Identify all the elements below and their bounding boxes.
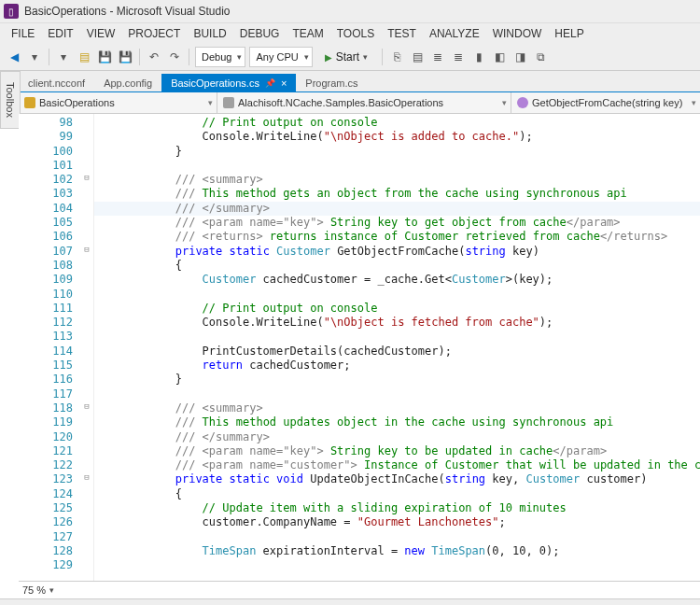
fold-mark[interactable] xyxy=(80,458,93,472)
tb-icon-6[interactable]: ◧ xyxy=(491,49,508,65)
code-line[interactable]: Console.WriteLine("\nObject is added to … xyxy=(94,130,700,144)
tb-icon-7[interactable]: ◨ xyxy=(511,49,528,65)
pin-icon[interactable]: 📌 xyxy=(265,78,275,88)
fold-mark[interactable] xyxy=(80,159,93,173)
code-line[interactable] xyxy=(94,288,700,302)
menu-analyze[interactable]: ANALYZE xyxy=(424,25,485,42)
menu-build[interactable]: BUILD xyxy=(188,25,231,42)
fold-mark[interactable] xyxy=(80,316,93,330)
save-all-icon[interactable]: 💾 xyxy=(117,49,133,65)
fold-mark[interactable] xyxy=(80,202,93,216)
code-line[interactable]: // Update item with a sliding expiration… xyxy=(94,501,700,515)
code-area[interactable]: // Print output on console Console.Write… xyxy=(94,114,700,581)
code-line[interactable] xyxy=(94,530,700,544)
tb-icon-3[interactable]: ≣ xyxy=(429,49,446,65)
code-line[interactable]: /// <returns> returns instance of Custom… xyxy=(94,230,700,244)
fold-mark[interactable] xyxy=(80,302,93,316)
menu-test[interactable]: TEST xyxy=(382,25,422,42)
fold-mark[interactable] xyxy=(80,501,93,515)
menu-window[interactable]: WINDOW xyxy=(487,25,548,42)
code-line[interactable]: /// </summary> xyxy=(94,430,700,444)
tb-icon-8[interactable]: ⧉ xyxy=(532,49,549,65)
code-line[interactable]: Console.WriteLine("\nObject is fetched f… xyxy=(94,316,700,330)
fold-mark[interactable] xyxy=(80,130,93,144)
code-line[interactable] xyxy=(94,558,700,572)
nav-back-icon[interactable]: ◀ xyxy=(6,49,22,65)
save-icon[interactable]: 💾 xyxy=(96,49,113,65)
code-line[interactable]: { xyxy=(94,259,700,273)
tb-icon-1[interactable]: ⎘ xyxy=(388,49,405,65)
nav-fwd-icon[interactable]: ▾ xyxy=(26,49,43,65)
fold-mark[interactable] xyxy=(80,216,93,230)
code-line[interactable]: customer.CompanyName = "Gourmet Lanchone… xyxy=(94,515,700,529)
code-line[interactable]: } xyxy=(94,145,700,159)
fold-mark[interactable] xyxy=(80,373,93,387)
fold-mark[interactable] xyxy=(80,544,93,558)
fold-mark[interactable]: ⊟ xyxy=(80,472,93,486)
code-line[interactable]: // Print output on console xyxy=(94,116,700,130)
tb-icon-5[interactable]: ▮ xyxy=(470,49,487,65)
namespace-combo[interactable]: Alachisoft.NCache.Samples.BasicOperation… xyxy=(217,92,511,113)
code-line[interactable]: /// <param name="key"> String key to be … xyxy=(94,444,700,458)
fold-mark[interactable]: ⊟ xyxy=(80,401,93,415)
menu-team[interactable]: TEAM xyxy=(287,25,329,42)
fold-mark[interactable] xyxy=(80,530,93,544)
config-combo[interactable]: Debug xyxy=(195,47,245,67)
menu-view[interactable]: VIEW xyxy=(81,25,121,42)
platform-combo[interactable]: Any CPU xyxy=(249,47,312,67)
menu-tools[interactable]: TOOLS xyxy=(331,25,380,42)
fold-mark[interactable] xyxy=(80,359,93,373)
tb-icon-2[interactable]: ▤ xyxy=(409,49,426,65)
fold-mark[interactable] xyxy=(80,187,93,201)
code-line[interactable]: { xyxy=(94,487,700,501)
fold-mark[interactable] xyxy=(80,330,93,344)
code-line[interactable] xyxy=(94,387,700,401)
code-line[interactable]: /// <summary> xyxy=(94,173,700,187)
toolbox-tab[interactable]: Toolbox xyxy=(0,71,21,129)
code-line[interactable]: /// <param name="key"> String key to get… xyxy=(94,216,700,230)
fold-mark[interactable] xyxy=(80,487,93,501)
close-icon[interactable]: × xyxy=(281,77,287,89)
tb-icon-4[interactable]: ≣ xyxy=(450,49,467,65)
tab-client-ncconf[interactable]: client.ncconf xyxy=(19,74,94,91)
fold-mark[interactable] xyxy=(80,558,93,572)
code-editor[interactable]: 9899100101102103104105106107108109110111… xyxy=(19,114,700,581)
code-line[interactable]: /// <summary> xyxy=(94,401,700,415)
code-line[interactable]: TimeSpan expirationInterval = new TimeSp… xyxy=(94,544,700,558)
fold-mark[interactable] xyxy=(80,430,93,444)
code-line[interactable]: // Print output on console xyxy=(94,302,700,316)
code-line[interactable]: /// This method updates object in the ca… xyxy=(94,415,700,429)
fold-mark[interactable] xyxy=(80,116,93,130)
fold-mark[interactable]: ⊟ xyxy=(80,245,93,259)
open-file-icon[interactable]: ▤ xyxy=(76,49,92,65)
code-line[interactable]: /// <param name="customer"> Instance of … xyxy=(94,458,700,472)
fold-mark[interactable] xyxy=(80,259,93,273)
start-debug-button[interactable]: ▶ Start ▾ xyxy=(316,47,376,67)
code-line[interactable] xyxy=(94,159,700,173)
tab-app-config[interactable]: App.config xyxy=(94,74,161,91)
code-line[interactable] xyxy=(94,330,700,344)
fold-mark[interactable]: ⊟ xyxy=(80,173,93,187)
code-line[interactable]: } xyxy=(94,373,700,387)
code-line[interactable]: return cachedCustomer; xyxy=(94,359,700,373)
code-line[interactable]: /// This method gets an object from the … xyxy=(94,187,700,201)
tab-program-cs[interactable]: Program.cs xyxy=(296,74,367,91)
redo-icon[interactable]: ↷ xyxy=(166,49,183,65)
fold-gutter[interactable]: ⊟⊟⊟⊟ xyxy=(80,114,94,581)
zoom-combo[interactable]: 75 % ▾ xyxy=(19,581,700,598)
member-combo[interactable]: GetObjectFromCache(string key) xyxy=(511,92,700,113)
menu-debug[interactable]: DEBUG xyxy=(234,25,286,42)
new-project-icon[interactable]: ▾ xyxy=(55,49,72,65)
fold-mark[interactable] xyxy=(80,345,93,359)
fold-mark[interactable] xyxy=(80,387,93,401)
code-line[interactable]: Customer cachedCustomer = _cache.Get<Cus… xyxy=(94,273,700,287)
tab-basicoperations-cs[interactable]: BasicOperations.cs📌× xyxy=(161,74,296,91)
menu-file[interactable]: FILE xyxy=(6,25,40,42)
class-combo[interactable]: BasicOperations xyxy=(19,92,217,113)
code-line[interactable]: private static Customer GetObjectFromCac… xyxy=(94,245,700,259)
code-line[interactable]: /// </summary> xyxy=(94,202,700,216)
fold-mark[interactable] xyxy=(80,273,93,287)
code-line[interactable]: private static void UpdateObjectInCache(… xyxy=(94,472,700,486)
menu-edit[interactable]: EDIT xyxy=(42,25,78,42)
menu-help[interactable]: HELP xyxy=(549,25,589,42)
